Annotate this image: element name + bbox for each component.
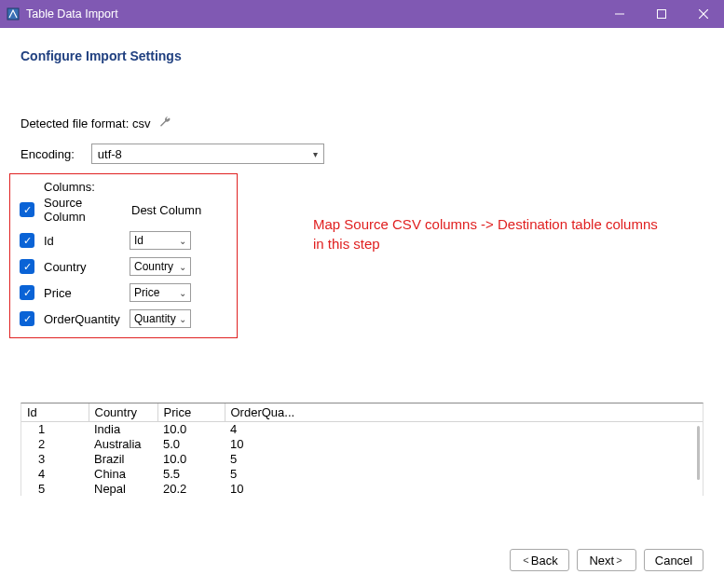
back-button[interactable]: < Back bbox=[510, 549, 569, 571]
cell-price: 20.2 bbox=[157, 482, 225, 497]
detected-format-label: Detected file format: csv bbox=[20, 116, 150, 130]
cell-country: China bbox=[89, 467, 157, 482]
close-button[interactable] bbox=[682, 0, 724, 28]
chevron-down-icon: ⌄ bbox=[179, 262, 186, 272]
source-column-name: Id bbox=[44, 234, 120, 248]
source-column-name: Country bbox=[44, 260, 120, 274]
cell-id: 2 bbox=[21, 437, 89, 452]
column-checkbox[interactable]: ✓ bbox=[20, 311, 34, 326]
maximize-button[interactable] bbox=[640, 0, 682, 28]
cancel-button-label: Cancel bbox=[655, 554, 692, 567]
table-row: 1 India 10.0 4 bbox=[21, 422, 703, 438]
cell-qty: 10 bbox=[225, 482, 703, 497]
cell-country: Australia bbox=[89, 437, 157, 452]
source-column-name: Price bbox=[44, 286, 120, 300]
scrollbar[interactable] bbox=[697, 426, 700, 480]
preview-header[interactable]: OrderQua... bbox=[225, 403, 703, 422]
table-row: 2 Australia 5.0 10 bbox=[21, 437, 703, 452]
cell-price: 5.5 bbox=[157, 467, 225, 482]
column-checkbox[interactable]: ✓ bbox=[20, 285, 34, 300]
minimize-button[interactable] bbox=[598, 0, 640, 28]
select-all-checkbox[interactable]: ✓ bbox=[20, 202, 34, 217]
columns-mapping-box: Columns: ✓ Source Column Dest Column ✓ I… bbox=[9, 173, 238, 338]
cell-price: 10.0 bbox=[157, 452, 225, 467]
cell-qty: 4 bbox=[225, 422, 703, 438]
dest-column-select[interactable]: Country ⌄ bbox=[130, 257, 191, 276]
dest-column-value: Id bbox=[134, 234, 143, 247]
data-preview: Id Country Price OrderQua... 1 India 10.… bbox=[20, 403, 704, 496]
column-checkbox[interactable]: ✓ bbox=[20, 259, 34, 274]
title-bar: Table Data Import bbox=[0, 0, 724, 28]
annotation-text: Map Source CSV columns -> Destination ta… bbox=[313, 214, 658, 253]
cell-id: 3 bbox=[21, 452, 89, 467]
annotation-line: in this step bbox=[313, 236, 380, 252]
chevron-right-icon: > bbox=[616, 554, 622, 566]
cell-id: 4 bbox=[21, 467, 89, 482]
dest-column-value: Country bbox=[134, 260, 173, 273]
page-title: Configure Import Settings bbox=[20, 48, 704, 63]
column-checkbox[interactable]: ✓ bbox=[20, 233, 34, 248]
svg-rect-2 bbox=[657, 10, 665, 19]
back-button-label: Back bbox=[531, 554, 558, 567]
annotation-line: Map Source CSV columns -> Destination ta… bbox=[313, 216, 658, 232]
chevron-left-icon: < bbox=[523, 554, 528, 566]
app-icon bbox=[6, 7, 20, 21]
close-icon bbox=[699, 9, 708, 19]
dest-column-select[interactable]: Price ⌄ bbox=[130, 283, 191, 302]
encoding-label: Encoding: bbox=[20, 147, 75, 161]
preview-header[interactable]: Price bbox=[157, 403, 225, 422]
table-row: 5 Nepal 20.2 10 bbox=[21, 482, 703, 497]
chevron-down-icon: ▾ bbox=[313, 149, 318, 159]
table-row: 4 China 5.5 5 bbox=[21, 467, 703, 482]
cell-country: Nepal bbox=[89, 482, 157, 497]
encoding-select[interactable]: utf-8 ▾ bbox=[91, 144, 324, 164]
columns-section-label: Columns: bbox=[44, 180, 227, 194]
cell-qty: 5 bbox=[225, 452, 703, 467]
preview-header-row: Id Country Price OrderQua... bbox=[21, 403, 703, 422]
cancel-button[interactable]: Cancel bbox=[644, 549, 704, 571]
window-title: Table Data Import bbox=[26, 7, 118, 21]
cell-id: 1 bbox=[21, 422, 89, 438]
cell-country: India bbox=[89, 422, 157, 438]
wrench-icon[interactable] bbox=[157, 115, 172, 132]
cell-qty: 10 bbox=[225, 437, 703, 452]
next-button-label: Next bbox=[589, 554, 614, 567]
dest-column-value: Price bbox=[134, 286, 159, 299]
preview-header[interactable]: Country bbox=[89, 403, 157, 422]
chevron-down-icon: ⌄ bbox=[179, 288, 186, 298]
minimize-icon bbox=[615, 9, 624, 19]
preview-header[interactable]: Id bbox=[21, 403, 89, 422]
source-column-name: OrderQuantity bbox=[44, 312, 120, 326]
encoding-value: utf-8 bbox=[98, 147, 122, 161]
cell-qty: 5 bbox=[225, 467, 703, 482]
cell-price: 5.0 bbox=[157, 437, 225, 452]
chevron-down-icon: ⌄ bbox=[179, 314, 186, 324]
dest-column-select[interactable]: Quantity ⌄ bbox=[130, 309, 191, 328]
cell-id: 5 bbox=[21, 482, 89, 497]
dest-column-select[interactable]: Id ⌄ bbox=[130, 231, 191, 250]
chevron-down-icon: ⌄ bbox=[179, 236, 186, 246]
cell-price: 10.0 bbox=[157, 422, 225, 438]
table-row: 3 Brazil 10.0 5 bbox=[21, 452, 703, 467]
maximize-icon bbox=[657, 9, 666, 19]
next-button[interactable]: Next > bbox=[577, 549, 636, 571]
cell-country: Brazil bbox=[89, 452, 157, 467]
dest-column-value: Quantity bbox=[134, 312, 176, 325]
source-column-header: Source Column bbox=[44, 196, 120, 224]
dest-column-header: Dest Column bbox=[131, 203, 201, 217]
